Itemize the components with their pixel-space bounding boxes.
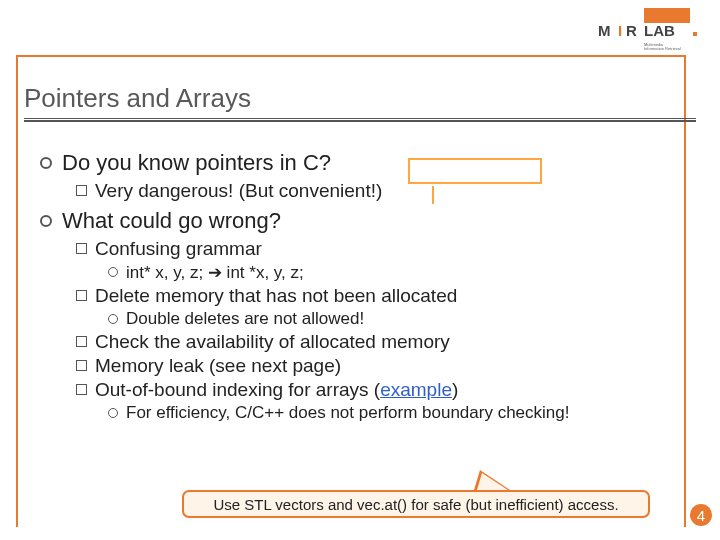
bullet-square-icon — [76, 185, 87, 196]
frame-border-right — [684, 55, 686, 527]
bullet-text: Out-of-bound indexing for arrays (exampl… — [95, 379, 458, 401]
bullet-mini-disc-icon — [108, 408, 118, 418]
bullet-square-icon — [76, 336, 87, 347]
callout-box: Use STL vectors and vec.at() for safe (b… — [182, 490, 650, 518]
svg-text:M: M — [598, 22, 611, 39]
svg-text:LAB: LAB — [644, 22, 675, 39]
frame-border-top — [16, 55, 684, 57]
bullet-mini-disc-icon — [108, 314, 118, 324]
title-underline — [24, 118, 696, 122]
bullet-disc-icon — [40, 157, 52, 169]
bullet-text: Delete memory that has not been allocate… — [95, 285, 457, 307]
bullet-text: Confusing grammar — [95, 238, 262, 260]
callout-text: Use STL vectors and vec.at() for safe (b… — [213, 496, 618, 513]
page-number: 4 — [690, 504, 712, 526]
svg-text:Information Retrieval: Information Retrieval — [644, 46, 681, 50]
slide-title: Pointers and Arrays — [24, 83, 251, 114]
svg-rect-5 — [693, 32, 697, 36]
bullet-square-icon — [76, 290, 87, 301]
frame-border-left — [16, 55, 18, 527]
svg-text:R: R — [626, 22, 637, 39]
example-link[interactable]: example — [380, 379, 452, 400]
bullet-square-icon — [76, 384, 87, 395]
bullet-text: int* x, y, z; ➔ int *x, y, z; — [126, 262, 304, 283]
bullet-text: What could go wrong? — [62, 208, 281, 234]
bullet-disc-icon — [40, 215, 52, 227]
bullet-text: Double deletes are not allowed! — [126, 309, 364, 329]
bullet-text: Do you know pointers in C? — [62, 150, 331, 176]
svg-text:I: I — [618, 22, 622, 39]
mir-lab-logo: M I R LAB Multimedia Information Retriev… — [598, 6, 698, 54]
bullet-text: Check the availability of allocated memo… — [95, 331, 450, 353]
bullet-mini-disc-icon — [108, 267, 118, 277]
bullet-text: Very dangerous! (But convenient!) — [95, 180, 382, 202]
callout-pointer — [474, 470, 514, 490]
svg-rect-0 — [644, 8, 690, 23]
bullet-text: Memory leak (see next page) — [95, 355, 341, 377]
bullet-square-icon — [76, 360, 87, 371]
bullet-text: For efficiency, C/C++ does not perform b… — [126, 403, 570, 423]
slide-body: Do you know pointers in C? Very dangerou… — [40, 150, 680, 429]
arrow-icon: ➔ — [208, 262, 222, 283]
bullet-square-icon — [76, 243, 87, 254]
